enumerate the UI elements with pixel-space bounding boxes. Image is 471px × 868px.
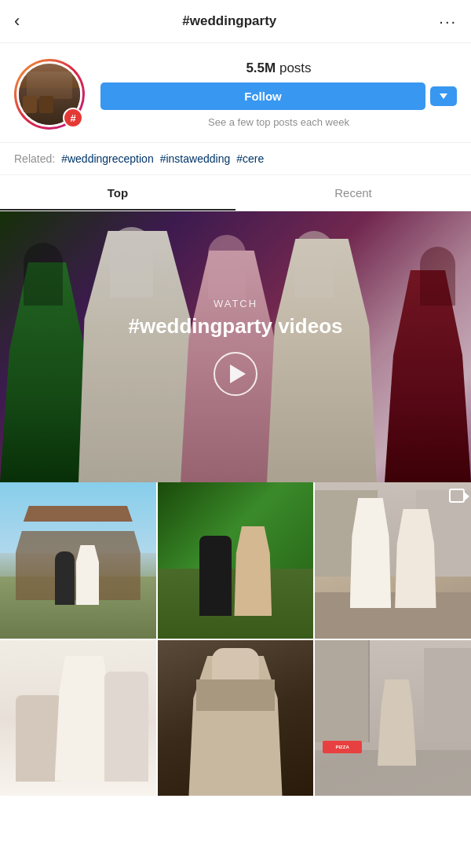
- tab-recent[interactable]: Recent: [236, 175, 471, 211]
- grid-item-4[interactable]: [0, 640, 156, 797]
- page-title: #weddingparty: [182, 13, 276, 29]
- follow-button[interactable]: Follow: [100, 82, 425, 110]
- related-tag-1[interactable]: #weddingreception: [61, 152, 154, 165]
- see-top-posts-label: See a few top posts each week: [100, 116, 457, 128]
- grid-item-3[interactable]: [315, 482, 471, 639]
- follow-row: Follow: [100, 82, 457, 110]
- play-button[interactable]: [214, 352, 257, 396]
- related-label: Related:: [14, 152, 55, 165]
- watch-label: WATCH: [214, 298, 257, 309]
- dropdown-arrow-icon: [440, 93, 447, 99]
- hashtag-badge: #: [63, 108, 83, 128]
- posts-count: 5.5M posts: [100, 60, 457, 76]
- video-overlay: WATCH #weddingparty videos: [0, 211, 471, 482]
- video-background: WATCH #weddingparty videos: [0, 211, 471, 482]
- profile-section: # 5.5M posts Follow See a few top posts …: [0, 43, 471, 142]
- profile-info: 5.5M posts Follow See a few top posts ea…: [100, 60, 457, 128]
- grid-item-1[interactable]: [0, 482, 156, 639]
- related-hashtags: Related: #weddingreception #instawedding…: [0, 142, 471, 175]
- video-badge-3: [449, 489, 465, 503]
- more-options-button[interactable]: ···: [439, 13, 457, 31]
- grid-item-6[interactable]: PIZZA: [315, 640, 471, 797]
- back-button[interactable]: ‹: [14, 11, 20, 31]
- related-tag-3[interactable]: #cere: [236, 152, 264, 165]
- related-tags-list: #weddingreception #instawedding #cere: [61, 152, 264, 165]
- photo-grid: PIZZA: [0, 482, 471, 796]
- grid-item-2[interactable]: [158, 482, 314, 639]
- video-title: #weddingparty videos: [128, 314, 342, 339]
- app-header: ‹ #weddingparty ···: [0, 0, 471, 43]
- grid-item-5[interactable]: [158, 640, 314, 797]
- play-icon: [230, 364, 246, 383]
- content-tabs: Top Recent: [0, 175, 471, 211]
- tab-top[interactable]: Top: [0, 175, 236, 211]
- follow-dropdown-button[interactable]: [430, 86, 457, 106]
- related-tag-2[interactable]: #instawedding: [160, 152, 231, 165]
- video-banner[interactable]: WATCH #weddingparty videos: [0, 211, 471, 482]
- avatar-container: #: [14, 59, 85, 130]
